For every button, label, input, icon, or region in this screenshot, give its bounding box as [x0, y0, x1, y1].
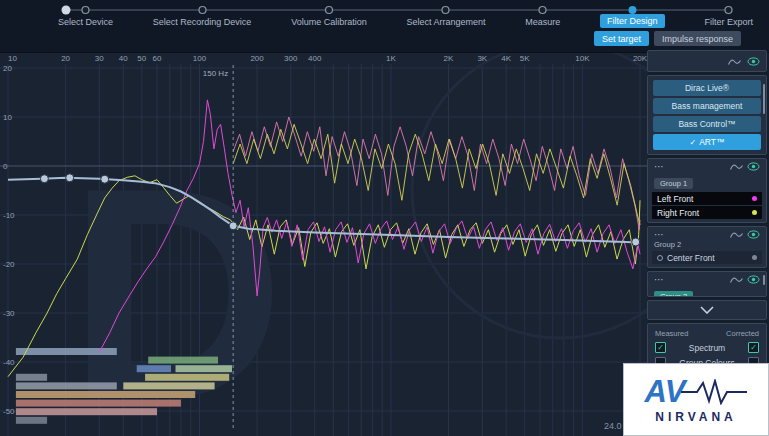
group-name-chip[interactable]: Group 1	[654, 178, 693, 189]
db-tick-label: -50	[3, 407, 15, 416]
tab-impulse-response[interactable]: Impulse response	[654, 31, 741, 46]
step-filter-export[interactable]: Filter Export	[704, 17, 753, 27]
module-label: Bass management	[672, 101, 743, 111]
group-panel-group-3: ⋯Group 3	[647, 271, 767, 297]
corrected-column-label: Corrected	[726, 329, 759, 338]
display-option-label: Spectrum	[670, 343, 744, 353]
module-label: ART™	[699, 137, 724, 147]
waveform-icon	[681, 379, 747, 405]
module-bass-control[interactable]: Bass Control™	[653, 116, 761, 132]
freq-tick-label: 50	[137, 54, 146, 63]
step-filter-design[interactable]: Filter Design	[600, 14, 665, 28]
target-control-point[interactable]	[40, 175, 48, 183]
freq-tick-label: 20K	[633, 54, 648, 63]
crossover-label: 150 Hz	[203, 69, 228, 78]
eye-icon[interactable]	[747, 57, 760, 66]
tab-set-target[interactable]: Set target	[594, 31, 649, 46]
module-dirac-live[interactable]: Dirac Live®	[653, 80, 761, 96]
module-label: Dirac Live®	[685, 83, 729, 93]
freq-tick-label: 2K	[444, 54, 454, 63]
sidebar-master-panel	[647, 50, 767, 72]
target-control-point[interactable]	[229, 222, 237, 230]
eye-icon[interactable]	[747, 275, 760, 284]
channel-color-dot	[752, 210, 757, 215]
freq-tick-label: 300	[284, 54, 298, 63]
freq-tick-label: 30	[95, 54, 104, 63]
scrollbar-thumb[interactable]	[763, 84, 765, 114]
stepper-steps: Select DeviceSelect Recording DeviceVolu…	[58, 3, 753, 28]
step-select-recording-device[interactable]: Select Recording Device	[153, 17, 252, 27]
module-art[interactable]: ✓ART™	[653, 134, 761, 150]
target-control-point[interactable]	[101, 175, 109, 183]
measured-column-label: Measured	[655, 329, 688, 338]
eye-icon[interactable]	[747, 230, 760, 239]
chart-footer-value: 24.0	[604, 421, 622, 431]
db-tick-label: -20	[3, 260, 15, 269]
freq-tick-label: 10K	[575, 54, 590, 63]
channel-color-dot	[752, 255, 757, 260]
db-tick-label: 20	[3, 64, 12, 73]
freq-tick-label: 40	[119, 54, 128, 63]
channel-label: Center Front	[667, 253, 715, 263]
bass-band-bar	[145, 374, 229, 381]
group-name: Group 2	[654, 240, 760, 249]
db-tick-label: -10	[3, 211, 15, 220]
freq-tick-label: 3K	[477, 54, 487, 63]
bass-band-bar	[16, 382, 117, 389]
freq-tick-label: 1K	[386, 54, 396, 63]
bass-band-bar	[16, 417, 47, 424]
channel-label: Right Front	[657, 208, 699, 218]
curves-icon[interactable]	[730, 162, 743, 171]
corrected-checkbox[interactable]: ✓	[748, 342, 759, 353]
step-select-device[interactable]: Select Device	[58, 17, 113, 27]
group-panel-group-2: ⋯Group 2Center Front	[647, 226, 767, 268]
channel-label: Left Front	[657, 194, 693, 204]
freq-tick-label: 100	[193, 54, 207, 63]
curves-icon[interactable]	[730, 275, 743, 284]
bass-band-bar	[176, 365, 233, 372]
bass-band-bar	[16, 400, 181, 407]
group-panel-group-1: ⋯Group 1Left FrontRight Front	[647, 158, 767, 223]
scroll-down-button[interactable]	[647, 300, 767, 320]
channel-left-front[interactable]: Left Front	[652, 192, 762, 205]
step-measure[interactable]: Measure	[525, 17, 560, 27]
group-name-chip[interactable]: Group 3	[654, 291, 693, 297]
more-options-icon[interactable]: ⋯	[654, 276, 665, 284]
curves-icon[interactable]	[730, 230, 743, 239]
check-icon: ✓	[689, 138, 696, 147]
channel-color-dot	[752, 196, 757, 201]
freq-tick-label: 4K	[501, 54, 511, 63]
filter-design-subtabs: Set targetImpulse response	[594, 31, 741, 46]
freq-tick-label: 10	[8, 54, 17, 63]
freq-tick-label: 20	[61, 54, 70, 63]
more-options-icon[interactable]: ⋯	[654, 163, 665, 171]
bass-band-bar	[16, 348, 117, 355]
speaker-ring-icon	[657, 255, 663, 261]
freq-tick-label: 400	[308, 54, 322, 63]
freq-tick-label: 200	[250, 54, 264, 63]
channel-center-front[interactable]: Center Front	[652, 251, 762, 264]
modules-panel: Dirac Live®Bass managementBass Control™✓…	[647, 75, 767, 155]
step-volume-calibration[interactable]: Volume Calibration	[291, 17, 367, 27]
logo-av-text: AV	[645, 377, 686, 407]
db-tick-label: -40	[3, 358, 15, 367]
chevron-down-icon	[700, 306, 714, 314]
target-control-point[interactable]	[632, 238, 640, 246]
step-select-arrangement[interactable]: Select Arrangement	[406, 17, 485, 27]
measured-checkbox[interactable]: ✓	[655, 342, 666, 353]
bass-band-bar	[137, 365, 171, 372]
dirac-live-app: Select DeviceSelect Recording DeviceVolu…	[0, 0, 769, 436]
module-bass-management[interactable]: Bass management	[653, 98, 761, 114]
channel-right-front[interactable]: Right Front	[652, 206, 762, 219]
scrollbar-thumb[interactable]	[763, 275, 765, 285]
target-control-point[interactable]	[66, 174, 74, 182]
curves-icon[interactable]	[728, 57, 741, 66]
logo-nirvana-text: NIRVANA	[655, 410, 737, 424]
bass-band-bar	[148, 357, 218, 364]
bass-band-bar	[16, 408, 157, 415]
more-options-icon[interactable]: ⋯	[654, 231, 665, 239]
bass-band-bar	[123, 382, 214, 389]
eye-icon[interactable]	[747, 162, 760, 171]
frequency-response-chart[interactable]: D150 Hz1020304050601002003004001K2K3K4K5…	[0, 52, 648, 436]
wizard-stepper-bar: Select DeviceSelect Recording DeviceVolu…	[0, 0, 769, 53]
